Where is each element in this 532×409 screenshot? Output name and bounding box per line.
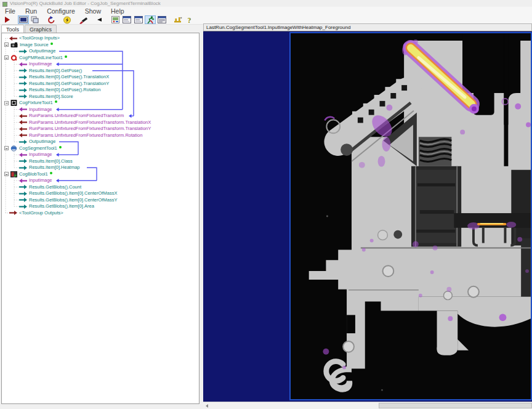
menu-show[interactable]: Show	[80, 7, 106, 15]
pointer-arrow-button[interactable]	[94, 15, 105, 24]
tab-graphics[interactable]: Graphics	[25, 25, 57, 33]
expander-icon[interactable]	[4, 101, 9, 105]
tree-terminal[interactable]: RunParams.UnfixturedFromFixturedTransfor…	[3, 119, 199, 126]
menu-run[interactable]: Run	[20, 7, 42, 15]
play-icon	[4, 16, 11, 23]
tree-terminal[interactable]: Results.Item[0].Score	[3, 94, 199, 100]
run-job-button[interactable]	[2, 15, 13, 24]
terminal-label: RunParams.UnfixturedFromFixturedTransfor…	[29, 126, 151, 132]
tree-terminal[interactable]: Results.GetBlobs().Item[0].CenterOfMassY	[3, 197, 199, 204]
horizontal-scrollbar[interactable]	[203, 402, 532, 409]
terminal-label: Results.Item[0].GetPose().TranslationY	[29, 81, 109, 87]
tree-terminal[interactable]: InputImage	[3, 61, 199, 68]
terminal-arrow-icon	[19, 49, 27, 54]
tree-tool-cogpmredlinetool1[interactable]: CogPMRedLineTool1	[3, 55, 199, 62]
expander-icon[interactable]	[4, 43, 9, 47]
pmred-tool-icon	[10, 55, 17, 61]
app-icon	[2, 2, 7, 7]
tree-terminal[interactable]: Results.Item[0].Heatmap	[3, 164, 199, 171]
tree-terminal[interactable]: InputImage	[3, 177, 199, 184]
run-continuous-button[interactable]	[62, 15, 73, 24]
window-layout-c-button[interactable]	[156, 15, 167, 24]
heatmap-image-frame	[289, 32, 532, 400]
menu-bar: FileRunConfigureShowHelp	[0, 7, 532, 15]
help-button[interactable]: ?	[184, 15, 195, 24]
terminal-arrow-icon	[19, 127, 27, 131]
modified-dot-icon	[59, 146, 62, 148]
terminal-arrow-icon	[19, 159, 27, 163]
expander-icon[interactable]	[4, 146, 9, 150]
viewer-record-label: LastRun.CogSegmentTool1.InputImageWithHe…	[203, 23, 532, 31]
cleanup-brush-button[interactable]	[78, 15, 89, 24]
reset-icon	[47, 16, 55, 24]
menu-help[interactable]: Help	[106, 7, 129, 15]
tool-label: CogBlobTool1	[19, 171, 48, 178]
brush-icon	[79, 16, 87, 24]
arrowhead-icon	[96, 17, 102, 22]
window-title: VisionPro(R) QuickBuild Job Editor - Cog…	[10, 1, 161, 7]
tree-terminal[interactable]: Results.GetBlobs().Item[0].Area	[3, 203, 199, 210]
tree-terminal[interactable]: OutputImage	[3, 139, 199, 145]
tree-terminal[interactable]: InputImage	[3, 152, 199, 158]
benchmark-button[interactable]	[172, 15, 183, 24]
tree-terminal[interactable]: RunParams.UnfixturedFromFixturedTransfor…	[3, 132, 199, 139]
tree-terminal[interactable]: Results.Item[0].GetPose().TranslationX	[3, 74, 199, 81]
copy-tool-button[interactable]	[30, 15, 41, 24]
terminal-arrow-icon	[19, 179, 27, 183]
terminal-label: Results.GetBlobs().Item[0].Area	[29, 203, 94, 210]
tree-terminal[interactable]: InputImage	[3, 107, 199, 113]
group-label: <ToolGroup Inputs>	[19, 35, 60, 42]
tree-tool-image-source[interactable]: Image Source	[3, 42, 199, 49]
tree-tool-cogblobtool1[interactable]: CogBlobTool1	[3, 171, 199, 178]
tree-terminal[interactable]: Results.Item[0].GetPose().Rotation	[3, 87, 199, 94]
modified-dot-icon	[65, 55, 67, 58]
window-layout-b-button[interactable]	[133, 15, 144, 24]
modified-dot-icon	[55, 100, 57, 103]
terminal-arrow-icon	[19, 198, 27, 202]
terminal-label: Results.Item[0].GetPose().TranslationX	[29, 74, 109, 81]
tree-tool-cogfixturetool1[interactable]: CogFixtureTool1	[3, 100, 199, 107]
reset-job-button[interactable]	[46, 15, 57, 24]
scroll-left-button[interactable]	[203, 402, 211, 409]
tree-terminal[interactable]: <ToolGroup Inputs>	[3, 35, 199, 42]
tab-tools[interactable]: Tools	[1, 25, 24, 33]
tree-terminal[interactable]: Results.Item[0].Class	[3, 158, 199, 165]
tree-terminal[interactable]: Results.Item[0].GetPose().TranslationY	[3, 81, 199, 87]
expander-icon[interactable]	[4, 55, 9, 60]
group-arrow-icon	[9, 211, 17, 215]
window-layout-a-button[interactable]	[121, 15, 132, 24]
modified-dot-icon	[50, 172, 52, 174]
tree-terminal[interactable]: Results.GetBlobs().Count	[3, 184, 199, 191]
flash-icon	[63, 16, 71, 24]
tree-terminal[interactable]: <ToolGroup Outputs>	[3, 210, 199, 217]
terminal-arrow-icon	[19, 81, 27, 86]
blob-tool-icon	[10, 171, 17, 177]
new-image-button[interactable]	[110, 15, 121, 24]
terminal-label: Results.GetBlobs().Count	[29, 184, 81, 191]
terminal-arrow-icon	[19, 114, 27, 118]
win-icon	[123, 16, 131, 23]
menu-file[interactable]: File	[0, 7, 20, 15]
menu-configure[interactable]: Configure	[42, 7, 80, 15]
tree-terminal[interactable]: Results.Item[0].GetPose()	[3, 68, 199, 75]
tree-terminal[interactable]: RunParams.UnfixturedFromFixturedTransfor…	[3, 113, 199, 119]
tree-tool-cogsegmenttool1[interactable]: CogSegmentTool1	[3, 145, 199, 152]
terminal-arrow-icon	[19, 107, 27, 111]
tool-label: CogPMRedLineTool1	[19, 55, 63, 62]
fixture-tool-icon	[10, 100, 17, 106]
scroll-left-icon	[206, 404, 208, 408]
group-label: <ToolGroup Outputs>	[19, 210, 63, 217]
image-display[interactable]	[203, 31, 532, 402]
tree-terminal[interactable]: Results.GetBlobs().Item[0].CenterOfMassX	[3, 190, 199, 197]
run-tools-man-button[interactable]	[145, 15, 156, 24]
tree-terminal[interactable]: OutputImage	[3, 48, 199, 55]
tree-terminal[interactable]: RunParams.UnfixturedFromFixturedTransfor…	[3, 126, 199, 132]
modified-dot-icon	[50, 43, 53, 45]
expander-icon[interactable]	[4, 172, 9, 176]
tool-tree: <ToolGroup Inputs>Image SourceOutputImag…	[1, 33, 200, 404]
scrollbar-thumb[interactable]	[379, 403, 532, 408]
terminal-arrow-icon	[19, 75, 27, 79]
terminal-label: OutputImage	[29, 139, 55, 145]
terminal-label: Results.GetBlobs().Item[0].CenterOfMassX	[29, 190, 117, 197]
show-image-display-button[interactable]	[18, 15, 29, 24]
